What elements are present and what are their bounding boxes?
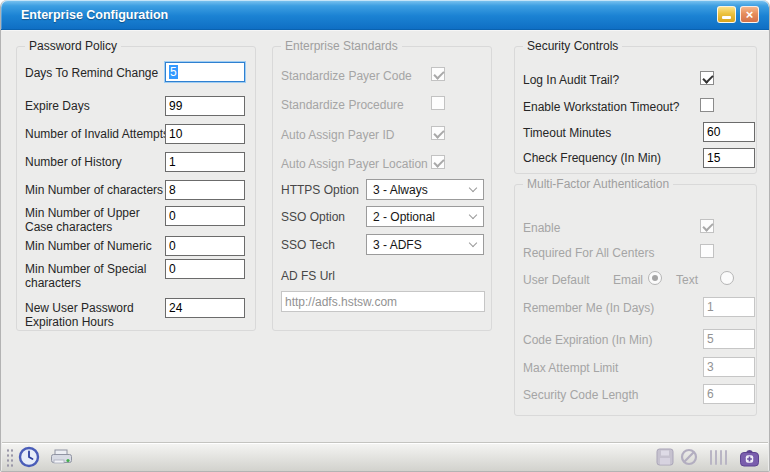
titlebar[interactable]: Enterprise Configuration × [1, 0, 769, 30]
save-icon[interactable] [656, 448, 674, 466]
min-characters-label: Min Number of characters [25, 183, 163, 197]
sso-tech-label: SSO Tech [281, 238, 335, 252]
group-title: Password Policy [25, 39, 121, 53]
chevron-down-icon [469, 239, 477, 247]
new-user-expiration-label: New User Password Expiration Hours [25, 301, 147, 329]
minimize-icon [722, 16, 731, 19]
code-expiration-label: Code Expiration (In Min) [523, 333, 652, 347]
min-numeric-input[interactable] [165, 236, 245, 256]
enable-workstation-timeout-checkbox[interactable] [700, 98, 714, 112]
security-controls-group: Security Controls Log In Audit Trail? En… [514, 46, 757, 174]
sso-tech-value: 3 - ADFS [373, 238, 422, 252]
titlebar-buttons: × [717, 6, 759, 23]
sso-option-label: SSO Option [281, 210, 345, 224]
resize-grip-lines[interactable] [710, 450, 727, 465]
timeout-minutes-label: Timeout Minutes [523, 126, 611, 140]
invalid-attempts-label: Number of Invalid Attempts [25, 127, 169, 141]
clock-icon[interactable] [18, 446, 40, 468]
dialog-content: Password Policy Days To Remind Change 5 … [2, 30, 768, 442]
group-title: Security Controls [523, 39, 622, 53]
email-option-label: Email [613, 273, 643, 287]
group-title: Enterprise Standards [281, 39, 402, 53]
status-bar [2, 442, 768, 471]
enable-workstation-timeout-label: Enable Workstation Timeout? [523, 100, 680, 114]
minimize-button[interactable] [717, 6, 736, 23]
group-title: Multi-Factor Authentication [523, 177, 673, 191]
auto-assign-payer-location-label: Auto Assign Payer Location [281, 157, 428, 171]
login-audit-trail-checkbox[interactable] [700, 71, 714, 85]
toolbar-grip-handle[interactable] [5, 447, 13, 467]
days-to-remind-change-input[interactable]: 5 [165, 62, 245, 82]
number-of-history-label: Number of History [25, 155, 122, 169]
https-option-select[interactable]: 3 - Always [366, 179, 484, 200]
min-special-label: Min Number of Special characters [25, 262, 147, 290]
min-uppercase-input[interactable] [165, 206, 245, 226]
min-characters-input[interactable] [165, 180, 245, 200]
standardize-procedure-label: Standardize Procedure [281, 98, 404, 112]
required-all-centers-label: Required For All Centers [523, 246, 654, 260]
adfs-url-label: AD FS Url [281, 269, 335, 283]
expire-days-label: Expire Days [25, 99, 90, 113]
login-audit-trail-label: Log In Audit Trail? [523, 73, 619, 87]
expire-days-input[interactable] [165, 96, 245, 116]
required-all-centers-checkbox[interactable] [700, 244, 714, 258]
max-attempt-limit-label: Max Attempt Limit [523, 361, 618, 375]
mfa-group: Multi-Factor Authentication Enable Requi… [514, 184, 757, 416]
https-option-label: HTTPS Option [281, 183, 359, 197]
security-code-length-input[interactable] [703, 384, 755, 404]
min-numeric-label: Min Number of Numeric [25, 239, 152, 253]
standardize-payer-code-checkbox[interactable] [431, 67, 445, 81]
check-frequency-input[interactable] [703, 148, 755, 168]
cancel-icon[interactable] [680, 448, 698, 466]
number-of-history-input[interactable] [165, 152, 245, 172]
security-code-length-label: Security Code Length [523, 388, 638, 402]
close-button[interactable]: × [740, 6, 759, 23]
min-uppercase-label: Min Number of Upper Case characters [25, 206, 147, 234]
max-attempt-limit-input[interactable] [703, 357, 755, 377]
adfs-url-input[interactable] [281, 291, 485, 312]
password-policy-group: Password Policy Days To Remind Change 5 … [16, 46, 256, 331]
auto-assign-payer-id-label: Auto Assign Payer ID [281, 128, 394, 142]
min-special-input[interactable] [165, 259, 245, 279]
text-radio[interactable] [720, 271, 734, 285]
mfa-enable-label: Enable [523, 221, 560, 235]
text-option-label: Text [676, 273, 698, 287]
mfa-enable-checkbox[interactable] [700, 219, 714, 233]
sso-option-select[interactable]: 2 - Optional [366, 206, 484, 227]
timeout-minutes-input[interactable] [703, 122, 755, 142]
chevron-down-icon [469, 184, 477, 192]
invalid-attempts-input[interactable] [165, 124, 245, 144]
printer-icon[interactable] [50, 448, 73, 466]
enterprise-configuration-window: Enterprise Configuration × Password Poli… [0, 0, 770, 472]
new-user-expiration-input[interactable] [165, 298, 245, 318]
window-title: Enterprise Configuration [21, 8, 168, 22]
chevron-down-icon [469, 211, 477, 219]
user-default-label: User Default [523, 273, 590, 287]
remember-me-input[interactable] [703, 297, 755, 317]
add-kit-icon[interactable] [739, 448, 760, 467]
selected-text: 5 [169, 65, 178, 79]
standardize-procedure-checkbox[interactable] [431, 96, 445, 110]
sso-tech-select[interactable]: 3 - ADFS [366, 234, 484, 255]
statusbar-right-toolbar [653, 448, 768, 467]
sso-option-value: 2 - Optional [373, 210, 435, 224]
email-radio[interactable] [648, 271, 662, 285]
code-expiration-input[interactable] [703, 329, 755, 349]
enterprise-standards-group: Enterprise Standards Standardize Payer C… [272, 46, 492, 331]
https-option-value: 3 - Always [373, 183, 428, 197]
standardize-payer-code-label: Standardize Payer Code [281, 69, 412, 83]
check-frequency-label: Check Frequency (In Min) [523, 151, 661, 165]
auto-assign-payer-location-checkbox[interactable] [431, 155, 445, 169]
close-icon: × [746, 8, 754, 21]
days-to-remind-change-label: Days To Remind Change [25, 66, 158, 80]
auto-assign-payer-id-checkbox[interactable] [431, 126, 445, 140]
remember-me-label: Remember Me (In Days) [523, 301, 654, 315]
